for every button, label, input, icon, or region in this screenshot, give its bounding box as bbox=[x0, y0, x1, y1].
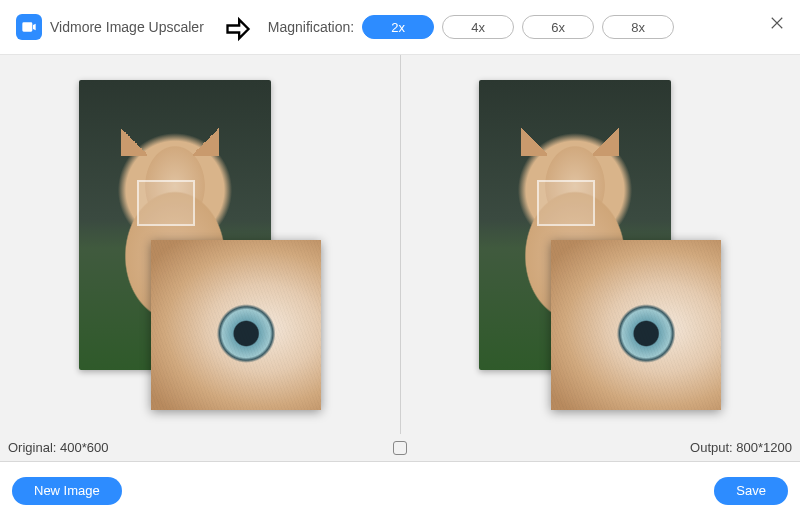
preview-area bbox=[0, 54, 800, 434]
original-image-stack bbox=[79, 80, 321, 410]
footer-bar: New Image Save bbox=[0, 462, 800, 519]
zoom-selection-box[interactable] bbox=[137, 180, 195, 226]
magnification-4x[interactable]: 4x bbox=[442, 15, 514, 39]
output-selection-box bbox=[537, 180, 595, 226]
output-pane bbox=[400, 55, 801, 434]
magnification-8x[interactable]: 8x bbox=[602, 15, 674, 39]
original-zoom-detail bbox=[151, 240, 321, 410]
original-prefix: Original: bbox=[8, 440, 56, 455]
magnification-2x[interactable]: 2x bbox=[362, 15, 434, 39]
info-bar: Original: 400*600 Output: 800*1200 bbox=[0, 434, 800, 462]
output-size-label: Output: 800*1200 bbox=[400, 440, 792, 455]
close-icon[interactable] bbox=[768, 14, 786, 35]
magnification-6x[interactable]: 6x bbox=[522, 15, 594, 39]
magnification-label: Magnification: bbox=[268, 19, 354, 35]
output-zoom-detail bbox=[551, 240, 721, 410]
original-dimensions: 400*600 bbox=[60, 440, 108, 455]
magnification-group: 2x 4x 6x 8x bbox=[362, 15, 674, 39]
new-image-button[interactable]: New Image bbox=[12, 477, 122, 505]
app-logo bbox=[16, 14, 42, 40]
original-pane bbox=[0, 55, 400, 434]
link-toggle[interactable] bbox=[393, 441, 407, 455]
arrow-right-icon bbox=[224, 15, 252, 46]
header-bar: Vidmore Image Upscaler Magnification: 2x… bbox=[0, 0, 800, 54]
output-prefix: Output: bbox=[690, 440, 733, 455]
output-image-stack bbox=[479, 80, 721, 410]
app-title: Vidmore Image Upscaler bbox=[50, 19, 204, 35]
save-button[interactable]: Save bbox=[714, 477, 788, 505]
original-size-label: Original: 400*600 bbox=[8, 440, 400, 455]
output-dimensions: 800*1200 bbox=[736, 440, 792, 455]
